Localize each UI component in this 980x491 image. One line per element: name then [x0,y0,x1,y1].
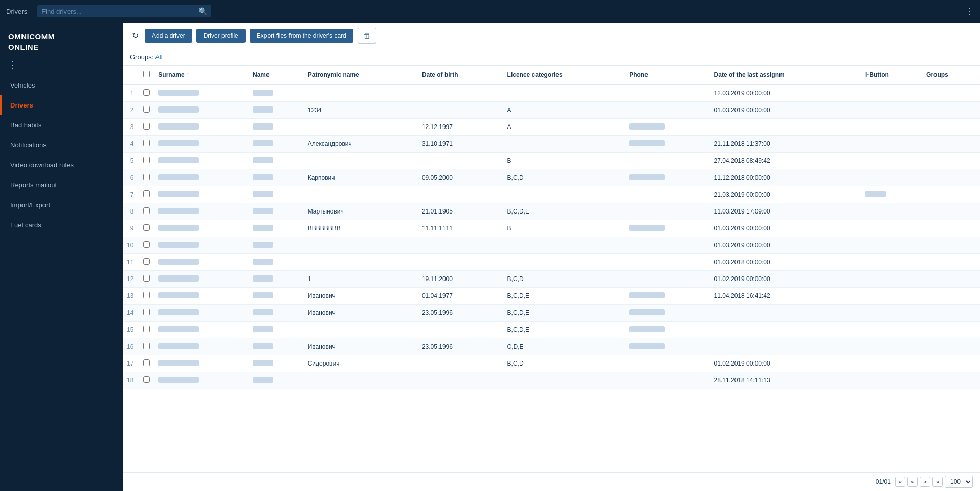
col-checkbox-header[interactable] [139,66,154,84]
table-row[interactable]: 18████████28.11.2018 14:11:13 [123,372,980,389]
cell-patronymic: BBBBBBBB [304,220,418,237]
cell-phone [625,372,709,389]
search-input[interactable] [41,8,196,15]
row-checkbox-cell[interactable] [139,136,154,153]
col-surname[interactable]: Surname ↑ [154,66,249,84]
cell-patronymic: Александрович [304,136,418,153]
table-row[interactable]: 6████████Карпович09.05.2000B,C,D████11.1… [123,169,980,186]
cell-patronymic [304,322,418,338]
groups-all-link[interactable]: All [155,53,162,61]
cell-last-assign: 12.03.2019 00:00:00 [710,84,861,102]
nav-prev-button[interactable]: < [907,477,918,487]
sidebar-item-video-download-rules[interactable]: Video download rules [0,155,123,175]
top-bar-menu-dots[interactable]: ⋮ [965,6,974,17]
export-button[interactable]: Export files from the driver's card [250,29,353,43]
row-checkbox-cell[interactable] [139,288,154,305]
table-row[interactable]: 7████████21.03.2019 00:00:00████ [123,186,980,203]
table-row[interactable]: 9████████BBBBBBBB11.11.1111B████01.03.20… [123,220,980,237]
cell-dob: 23.05.1996 [418,338,503,355]
table-row[interactable]: 8████████Мартынович21.01.1905B,C,D,E11.0… [123,203,980,220]
row-checkbox-cell[interactable] [139,372,154,389]
select-all-checkbox[interactable] [143,71,150,77]
col-groups: Groups [922,66,980,84]
row-checkbox-cell[interactable] [139,254,154,271]
sidebar-dots[interactable]: ⋮ [0,59,123,75]
sidebar-item-reports-mailout[interactable]: Reports mailout [0,175,123,195]
table-row[interactable]: 11████████01.03.2018 00:00:00 [123,254,980,271]
table-row[interactable]: 4████████Александрович31.10.1971████21.1… [123,136,980,153]
table-row[interactable]: 5████████B27.04.2018 08:49:42 [123,153,980,169]
row-checkbox[interactable] [143,326,150,332]
table-row[interactable]: 10████████01.03.2019 00:00:00 [123,237,980,254]
row-checkbox[interactable] [143,140,150,146]
refresh-button[interactable]: ↻ [130,29,141,42]
sidebar-item-import-export[interactable]: Import/Export [0,195,123,215]
cell-licence: B,C,D [503,355,626,372]
driver-profile-button[interactable]: Driver profile [196,29,246,43]
table-row[interactable]: 3████████12.12.1997A████ [123,119,980,136]
sidebar: OMNICOMM ONLINE ⋮ Vehicles Drivers Bad h… [0,23,123,491]
cell-surname: ████ [154,305,249,322]
nav-first-button[interactable]: « [895,477,905,487]
row-checkbox[interactable] [143,309,150,315]
sidebar-item-vehicles[interactable]: Vehicles [0,75,123,95]
row-checkbox[interactable] [143,224,150,231]
sidebar-item-fuel-cards[interactable]: Fuel cards [0,215,123,235]
row-checkbox[interactable] [143,89,150,96]
table-row[interactable]: 14████████Иванович23.05.1996B,C,D,E████ [123,305,980,322]
row-checkbox-cell[interactable] [139,322,154,338]
row-checkbox-cell[interactable] [139,84,154,102]
row-checkbox-cell[interactable] [139,102,154,119]
row-checkbox[interactable] [143,359,150,366]
row-checkbox-cell[interactable] [139,338,154,355]
row-checkbox[interactable] [143,157,150,163]
groups-bar: Groups: All [123,49,980,66]
table-row[interactable]: 17████████СидоровичB,C,D01.02.2019 00:00… [123,355,980,372]
row-num: 18 [123,372,139,389]
row-checkbox[interactable] [143,258,150,265]
row-checkbox-cell[interactable] [139,271,154,288]
add-driver-button[interactable]: Add a driver [145,29,192,43]
row-checkbox-cell[interactable] [139,237,154,254]
row-checkbox-cell[interactable] [139,169,154,186]
row-checkbox[interactable] [143,123,150,130]
row-checkbox-cell[interactable] [139,153,154,169]
row-checkbox-cell[interactable] [139,220,154,237]
row-checkbox[interactable] [143,292,150,298]
row-checkbox-cell[interactable] [139,186,154,203]
row-checkbox[interactable] [143,190,150,197]
nav-next-button[interactable]: > [920,477,930,487]
table-row[interactable]: 13████████Иванович01.04.1977B,C,D,E████1… [123,288,980,305]
search-bar[interactable]: 🔍 [37,5,211,17]
cell-name: ████ [249,271,304,288]
row-checkbox-cell[interactable] [139,203,154,220]
row-checkbox-cell[interactable] [139,119,154,136]
cell-licence: B,C,D [503,169,626,186]
cell-surname: ████ [154,136,249,153]
sidebar-item-notifications[interactable]: Notifications [0,135,123,155]
cell-surname: ████ [154,372,249,389]
nav-last-button[interactable]: » [932,477,943,487]
row-checkbox-cell[interactable] [139,355,154,372]
table-row[interactable]: 2████████1234A01.03.2019 00:00:00 [123,102,980,119]
row-checkbox[interactable] [143,275,150,282]
row-checkbox[interactable] [143,207,150,214]
sidebar-item-bad-habits[interactable]: Bad habits [0,115,123,135]
row-checkbox[interactable] [143,376,150,383]
row-checkbox[interactable] [143,106,150,113]
row-checkbox[interactable] [143,343,150,349]
delete-button[interactable]: 🗑 [358,28,376,44]
cell-groups [922,186,980,203]
table-row[interactable]: 16████████Иванович23.05.1996C,D,E████ [123,338,980,355]
table-row[interactable]: 15████████B,C,D,E████ [123,322,980,338]
page-size-select[interactable]: 10 25 50 100 [945,476,973,488]
row-checkbox[interactable] [143,174,150,180]
cell-name: ████ [249,322,304,338]
cell-groups [922,102,980,119]
cell-last-assign: 01.03.2019 00:00:00 [710,237,861,254]
table-row[interactable]: 1████████12.03.2019 00:00:00 [123,84,980,102]
row-checkbox-cell[interactable] [139,305,154,322]
row-checkbox[interactable] [143,241,150,248]
table-row[interactable]: 12████████119.11.2000B,C,D01.02.2019 00:… [123,271,980,288]
sidebar-item-drivers[interactable]: Drivers [0,95,123,115]
